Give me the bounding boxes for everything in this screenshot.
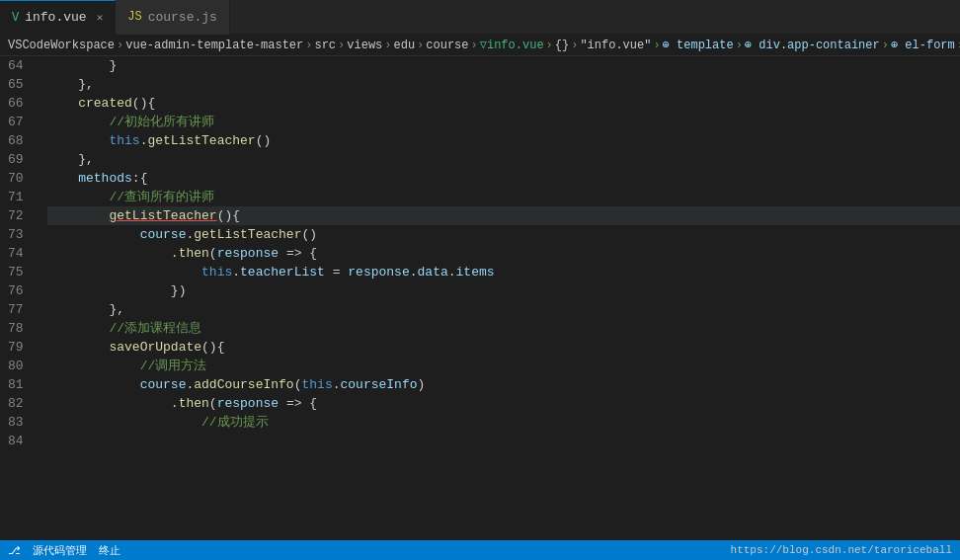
token: data [418, 263, 448, 281]
line-number-81: 81 [8, 375, 32, 394]
line-number-70: 70 [8, 169, 32, 188]
line-number-69: 69 [8, 150, 32, 169]
token [47, 357, 140, 375]
tab-bar: V info.vue ✕ JS course.js [0, 0, 960, 35]
breadcrumb-sep: › [117, 39, 123, 52]
line-number-72: 72 [8, 206, 32, 225]
token: addCourseInfo [194, 375, 293, 394]
token: => { [279, 244, 317, 263]
token: //添加课程信息 [109, 319, 201, 338]
breadcrumb-item-el-form: ⊕ el-form [891, 38, 955, 52]
breadcrumb-sep: › [571, 39, 578, 52]
breadcrumb-item-div: ⊕ div.app-container [745, 38, 880, 52]
token [47, 263, 201, 281]
token [47, 188, 109, 206]
token: }, [47, 150, 94, 169]
code-line-65: }, [47, 75, 960, 94]
token: } [47, 56, 117, 75]
token: .then [171, 394, 209, 413]
line-number-66: 66 [8, 94, 32, 113]
token: getListTeacher [194, 225, 301, 244]
breadcrumb-item-template: ⊕ template [663, 38, 734, 52]
token [47, 244, 171, 263]
token: this [201, 263, 232, 281]
breadcrumb-item: src [314, 39, 336, 52]
token: //调用方法 [140, 357, 207, 375]
code-line-82: course.addCourseInfo(this.courseInfo) [47, 375, 960, 394]
breadcrumb-sep: › [882, 39, 889, 52]
line-number-82: 82 [8, 394, 32, 413]
token: . [448, 263, 456, 281]
token: //成功提示 [201, 413, 269, 432]
token: () [256, 131, 272, 150]
token: . [140, 131, 148, 150]
js-icon: JS [127, 10, 141, 24]
breadcrumb-item: course [426, 39, 468, 52]
breadcrumb-sep: › [546, 39, 553, 52]
token [47, 375, 140, 394]
code-line-64: } [47, 56, 960, 75]
tab-label-info-vue: info.vue [25, 10, 86, 25]
status-bar: ⎇ 源代码管理 终止 https://blog.csdn.net/taroric… [0, 540, 960, 560]
token: getListTeacher [109, 206, 216, 225]
tab-info-vue[interactable]: V info.vue ✕ [0, 0, 116, 35]
breadcrumb-item: VSCodeWorkspace [8, 39, 115, 52]
git-icon: ⎇ [8, 544, 21, 557]
line-number-64: 64 [8, 56, 32, 75]
token: response [348, 263, 409, 281]
code-line-79: //添加课程信息 [47, 319, 960, 338]
code-line-75: this.teacherList = response.data.items [47, 263, 960, 281]
token: response [217, 244, 279, 263]
token: () [301, 225, 317, 244]
token: ( [209, 394, 217, 413]
token: course [140, 375, 187, 394]
line-number-80: 80 [8, 357, 32, 375]
token: => { [279, 394, 317, 413]
token [47, 225, 140, 244]
tab-course-js[interactable]: JS course.js [116, 0, 230, 35]
line-number-77: 77 [8, 300, 32, 319]
token: . [232, 263, 240, 281]
token: courseInfo [341, 375, 418, 394]
vue-icon: V [12, 11, 19, 25]
token: //初始化所有讲师 [109, 113, 214, 131]
line-number-68: 68 [8, 131, 32, 150]
code-line-83: .then(response => { [47, 394, 960, 413]
token: this [301, 375, 332, 394]
breadcrumb-item: vue-admin-template-master [125, 39, 303, 52]
code-line-70: methods:{ [47, 169, 960, 188]
token: . [410, 263, 418, 281]
line-number-76: 76 [8, 281, 32, 300]
token: this [109, 131, 139, 150]
tab-close-info-vue[interactable]: ✕ [97, 11, 104, 24]
breadcrumb-sep: › [305, 39, 312, 52]
status-terminate[interactable]: 终止 [99, 543, 120, 558]
token [47, 338, 109, 357]
token: ( [209, 244, 217, 263]
token [47, 394, 171, 413]
token: (){ [217, 206, 240, 225]
breadcrumb-sep: › [384, 39, 391, 52]
code-content[interactable]: } }, created(){ //初始化所有讲师 this.getListTe… [43, 56, 960, 540]
line-number-75: 75 [8, 263, 32, 281]
token: :{ [132, 169, 148, 188]
breadcrumb-item: views [347, 39, 382, 52]
token [47, 113, 109, 131]
line-number-79: 79 [8, 338, 32, 357]
line-number-83: 83 [8, 413, 32, 432]
token: ) [418, 375, 426, 394]
token: }, [47, 75, 94, 94]
code-line-71: //查询所有的讲师 [47, 188, 960, 206]
line-number-84: 84 [8, 432, 32, 450]
status-left: ⎇ 源代码管理 终止 [8, 543, 120, 558]
token: getListTeacher [147, 131, 255, 150]
code-line-76: }) [47, 281, 960, 300]
code-line-74: .then(response => { [47, 244, 960, 263]
token [47, 206, 109, 225]
code-line-73: course.getListTeacher() [47, 225, 960, 244]
token: . [186, 225, 194, 244]
token [47, 319, 109, 338]
line-number-74: 74 [8, 244, 32, 263]
token: response [217, 394, 279, 413]
status-source-control[interactable]: 源代码管理 [33, 543, 87, 558]
